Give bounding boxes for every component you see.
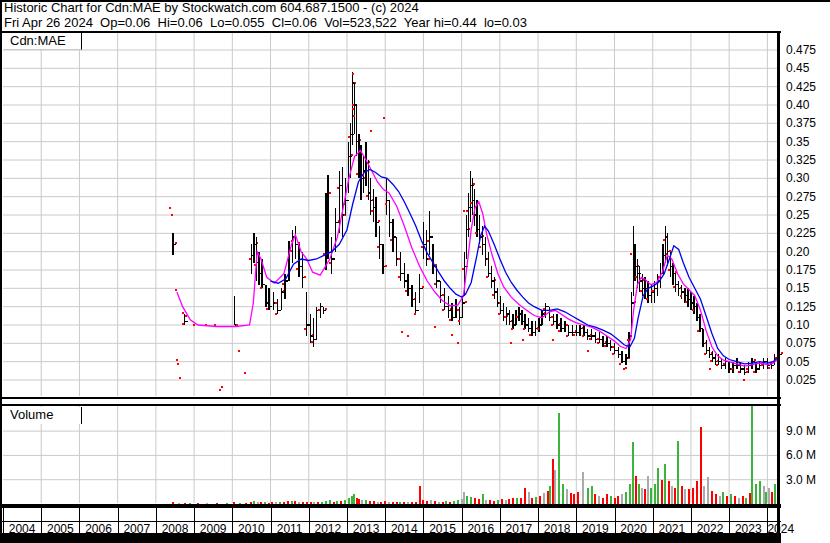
symbol-label: Cdn:MAE <box>4 33 82 50</box>
year-label: 2015 <box>423 522 461 534</box>
price-tick-label: 0.475 <box>786 44 816 56</box>
border-left <box>0 0 2 543</box>
historic-chart-window: 2004200520062007200820092010201120122013… <box>0 0 830 543</box>
price-tick-label: 0.375 <box>786 117 816 129</box>
year-label: 2016 <box>462 522 500 534</box>
year-label: 2018 <box>538 522 576 534</box>
volume-tick-label: 9.0 M <box>786 425 816 437</box>
price-tick-label: 0.20 <box>786 246 809 258</box>
year-axis-midline <box>0 521 781 522</box>
price-tick-label: 0.075 <box>786 337 816 349</box>
year-label: 2004 <box>3 522 41 534</box>
year-label: 2020 <box>615 522 653 534</box>
year-label: 2014 <box>385 522 423 534</box>
year-label: 2013 <box>347 522 385 534</box>
price-tick-label: 0.35 <box>786 136 809 148</box>
price-tick-label: 0.30 <box>786 172 809 184</box>
volume-bars <box>172 404 780 504</box>
price-tick-label: 0.175 <box>786 264 816 276</box>
volume-text: Volume <box>10 407 53 422</box>
ma-line-magenta <box>177 151 779 367</box>
price-tick-label: 0.25 <box>786 209 809 221</box>
price-tick-label: 0.05 <box>786 356 809 368</box>
price-tick-label: 0.15 <box>786 282 809 294</box>
chart-title: Historic Chart for Cdn:MAE by Stockwatch… <box>4 1 419 15</box>
border-bottom <box>0 533 781 543</box>
year-label: 2005 <box>41 522 79 534</box>
year-label: 2010 <box>232 522 270 534</box>
year-label: 2019 <box>576 522 614 534</box>
year-label: 2017 <box>500 522 538 534</box>
year-label: 2007 <box>118 522 156 534</box>
price-tick-label: 0.425 <box>786 81 816 93</box>
year-label: 2023 <box>729 522 767 534</box>
price-tick-label: 0.325 <box>786 154 816 166</box>
price-tick-label: 0.275 <box>786 191 816 203</box>
price-tick-label: 0.45 <box>786 62 809 74</box>
border-right-panel <box>777 31 780 533</box>
volume-tick-label: 6.0 M <box>786 449 816 461</box>
price-tick-label: 0.225 <box>786 227 816 239</box>
year-label: 2009 <box>194 522 232 534</box>
symbol-text: Cdn:MAE <box>10 33 66 48</box>
price-tick-label: 0.40 <box>786 99 809 111</box>
year-label: 2008 <box>156 522 194 534</box>
year-label: 2006 <box>79 522 117 534</box>
volume-tick-label: 3.0 M <box>786 474 816 486</box>
year-label: 2011 <box>271 522 309 534</box>
chart-canvas <box>0 0 830 543</box>
volume-panel-label: Volume <box>4 407 82 424</box>
price-panel-top-border <box>0 31 781 33</box>
price-tick-label: 0.025 <box>786 374 816 386</box>
price-tick-label: 0.125 <box>786 301 816 313</box>
quote-line: Fri Apr 26 2024 Op=0.06 Hi=0.06 Lo=0.055… <box>4 16 527 30</box>
year-label: 2022 <box>691 522 729 534</box>
price-panel-bottom-border <box>0 397 781 399</box>
year-label: 2012 <box>309 522 347 534</box>
volume-panel-baseline <box>0 504 781 508</box>
year-label: 2021 <box>653 522 691 534</box>
price-tick-label: 0.10 <box>786 319 809 331</box>
volume-panel-top-border <box>0 404 781 406</box>
ohlc-series <box>172 72 783 375</box>
